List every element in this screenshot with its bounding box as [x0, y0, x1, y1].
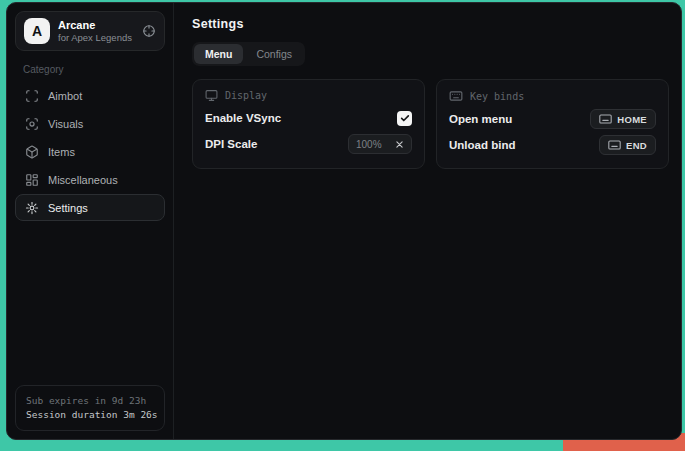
tab-configs[interactable]: Configs	[245, 44, 303, 64]
vsync-label: Enable VSync	[205, 112, 281, 124]
brand-name: Arcane	[58, 19, 132, 31]
sidebar-item-aimbot[interactable]: Aimbot	[15, 82, 165, 109]
unload-bind-key: END	[626, 140, 647, 151]
box-icon	[25, 145, 39, 159]
sidebar-item-label: Items	[48, 146, 75, 158]
main-content: Settings Menu Configs Display	[174, 3, 681, 439]
sidebar-item-label: Miscellaneous	[48, 174, 118, 186]
keybinds-card-title: Key binds	[470, 91, 524, 102]
clear-icon[interactable]	[395, 140, 404, 149]
keyboard-icon	[608, 140, 621, 150]
unload-bind-label: Unload bind	[449, 139, 515, 151]
scan-icon	[25, 89, 39, 103]
sub-expires-text: Sub expires in 9d 23h	[26, 393, 154, 408]
settings-cards: Display Enable VSync DPI Scale 100%	[192, 79, 669, 169]
keybinds-card: Key binds Open menu HOME	[436, 79, 669, 169]
page-title: Settings	[192, 17, 669, 31]
subscription-info-card: Sub expires in 9d 23h Session duration 3…	[15, 385, 165, 431]
layout-grid-icon	[25, 173, 39, 187]
setting-row-vsync: Enable VSync	[205, 106, 412, 130]
dpi-scale-value: 100%	[356, 139, 382, 150]
gear-icon	[25, 201, 39, 215]
brand-avatar: A	[24, 18, 50, 44]
keyboard-icon	[449, 89, 463, 103]
session-duration-text: Session duration 3m 26s	[26, 408, 154, 422]
display-card-title: Display	[225, 90, 267, 101]
category-label: Category	[23, 64, 159, 75]
setting-row-open-menu: Open menu HOME	[449, 107, 656, 131]
setting-row-dpi: DPI Scale 100%	[205, 132, 412, 156]
sidebar-item-settings[interactable]: Settings	[15, 194, 165, 221]
unload-bind-button[interactable]: END	[599, 135, 656, 155]
open-menu-label: Open menu	[449, 113, 512, 125]
dpi-scale-input[interactable]: 100%	[348, 134, 412, 154]
app-window: A Arcane for Apex Legends Category	[6, 2, 682, 440]
brand-text: Arcane for Apex Legends	[58, 19, 132, 43]
brand-subtitle: for Apex Legends	[58, 32, 132, 43]
keyboard-icon	[599, 114, 612, 124]
crosshair-icon[interactable]	[142, 24, 156, 38]
sidebar-item-miscellaneous[interactable]: Miscellaneous	[15, 166, 165, 193]
settings-tabbar: Menu Configs	[192, 42, 305, 66]
brand-card: A Arcane for Apex Legends	[15, 11, 165, 51]
tab-menu[interactable]: Menu	[194, 44, 243, 64]
vsync-checkbox[interactable]	[397, 111, 412, 126]
dpi-label: DPI Scale	[205, 138, 257, 150]
sidebar-item-items[interactable]: Items	[15, 138, 165, 165]
display-card: Display Enable VSync DPI Scale 100%	[192, 79, 425, 169]
setting-row-unload-bind: Unload bind END	[449, 133, 656, 157]
sidebar-item-label: Aimbot	[48, 90, 82, 102]
open-menu-bind-button[interactable]: HOME	[590, 109, 656, 129]
sidebar-nav: Aimbot Visuals	[15, 82, 165, 221]
scan-eye-icon	[25, 117, 39, 131]
monitor-icon	[205, 89, 218, 102]
sidebar-item-visuals[interactable]: Visuals	[15, 110, 165, 137]
sidebar-item-label: Visuals	[48, 118, 83, 130]
sidebar-item-label: Settings	[48, 202, 88, 214]
check-icon	[400, 113, 410, 123]
sidebar: A Arcane for Apex Legends Category	[7, 3, 174, 439]
display-card-header: Display	[205, 89, 412, 102]
open-menu-bind-key: HOME	[617, 114, 647, 125]
keybinds-card-header: Key binds	[449, 89, 656, 103]
